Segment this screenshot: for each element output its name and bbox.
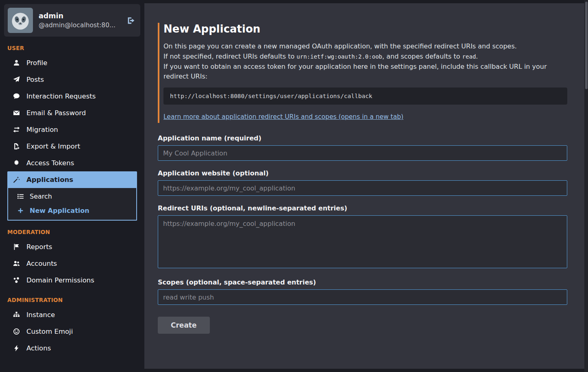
sidebar-item-instance[interactable]: Instance — [7, 306, 137, 323]
sidebar-item-label: Actions — [26, 344, 51, 352]
sidebar-item-actions[interactable]: Actions — [7, 340, 137, 357]
scopes-input[interactable] — [158, 289, 567, 305]
redirect-uris-field: Redirect URIs (optional, newline-separat… — [158, 204, 567, 270]
callback-url-codeblock: http://localhost:8080/settings/user/appl… — [163, 88, 567, 105]
certificate-icon — [12, 160, 20, 166]
app-window: admin @admin@localhost:80... USER Profil… — [0, 0, 588, 372]
sidebar-item-label: Applications — [26, 176, 73, 184]
scrollbar-thumb[interactable] — [585, 2, 588, 89]
bolt-icon — [12, 345, 20, 352]
application-website-label: Application website (optional) — [158, 169, 567, 177]
sidebar-item-applications[interactable]: Applications — [7, 171, 137, 188]
scopes-label: Scopes (optional, space-separated entrie… — [158, 278, 567, 286]
sidebar-item-access-tokens[interactable]: Access Tokens — [7, 155, 137, 171]
smile-icon — [12, 328, 20, 335]
intro-line-2-post: . — [476, 53, 478, 60]
redirect-uris-label: Redirect URIs (optional, newline-separat… — [158, 204, 567, 212]
user-name: admin — [39, 12, 115, 20]
file-export-icon — [12, 143, 20, 150]
sidebar-item-accounts[interactable]: Accounts — [7, 255, 137, 272]
sidebar-item-search[interactable]: Search — [8, 189, 136, 204]
page-scrollbar[interactable] — [584, 0, 588, 372]
page-title: New Application — [163, 23, 567, 35]
sidebar-item-label: Search — [30, 193, 52, 200]
intro-line-1: On this page you can create a new manage… — [163, 42, 567, 52]
sidebar-item-export-import[interactable]: Export & Import — [7, 138, 137, 155]
arrows-exchange-icon — [12, 126, 20, 133]
sidebar-item-label: Profile — [26, 59, 47, 67]
sidebar-item-domain-permissions[interactable]: Domain Permissions — [7, 272, 137, 289]
users-icon — [12, 260, 20, 267]
sidebar-item-email-password[interactable]: Email & Password — [7, 105, 137, 121]
applications-group: Applications Search New Application — [7, 171, 137, 221]
intro-line-2: If not specified, redirect URIs defaults… — [163, 52, 567, 62]
sitemap-icon — [12, 311, 20, 318]
user-icon — [12, 59, 20, 66]
oob-code: urn:ietf:wg:oauth:2.0:oob — [296, 53, 382, 60]
sidebar-item-migration[interactable]: Migration — [7, 121, 137, 138]
sidebar-item-profile[interactable]: Profile — [7, 55, 137, 71]
learn-more-link[interactable]: Learn more about application redirect UR… — [163, 113, 403, 120]
application-name-field: Application name (required) — [158, 134, 567, 161]
sidebar-item-label: Migration — [26, 126, 58, 133]
comment-icon — [12, 93, 20, 100]
sidebar-item-label: Accounts — [26, 260, 57, 267]
intro-line-2-mid: , and scopes defaults to — [382, 53, 462, 60]
section-label-administration: ADMINISTRATION — [7, 297, 137, 303]
user-handle: @admin@localhost:80... — [39, 22, 115, 29]
sidebar-item-new-application[interactable]: New Application — [8, 204, 136, 218]
user-card[interactable]: admin @admin@localhost:80... — [4, 4, 140, 37]
application-name-label: Application name (required) — [158, 134, 567, 142]
sidebar-item-label: New Application — [30, 207, 89, 214]
new-application-form: Application name (required) Application … — [158, 134, 567, 334]
magic-wand-icon — [12, 176, 20, 183]
read-code: read — [462, 53, 476, 60]
plus-icon — [16, 207, 24, 214]
page-intro: New Application On this page you can cre… — [158, 23, 567, 123]
create-button[interactable]: Create — [158, 317, 210, 334]
sidebar-item-interaction-requests[interactable]: Interaction Requests — [7, 88, 137, 105]
sidebar-item-label: Export & Import — [26, 142, 80, 150]
sidebar-item-label: Instance — [26, 311, 55, 319]
redirect-uris-textarea[interactable] — [158, 215, 567, 268]
sidebar-item-label: Email & Password — [26, 109, 86, 117]
user-meta: admin @admin@localhost:80... — [39, 12, 115, 29]
sidebar-item-posts[interactable]: Posts — [7, 71, 137, 88]
flag-icon — [12, 243, 20, 250]
sidebar-item-label: Reports — [26, 243, 52, 251]
section-label-user: USER — [7, 45, 137, 51]
sidebar-item-label: Domain Permissions — [26, 276, 94, 284]
application-name-input[interactable] — [158, 145, 567, 161]
section-label-moderation: MODERATION — [7, 229, 137, 235]
paper-plane-icon — [12, 76, 20, 83]
sidebar-item-custom-emoji[interactable]: Custom Emoji — [7, 323, 137, 340]
callback-url: http://localhost:8080/settings/user/appl… — [170, 93, 372, 99]
scopes-field: Scopes (optional, space-separated entrie… — [158, 278, 567, 305]
sidebar: admin @admin@localhost:80... USER Profil… — [0, 0, 144, 372]
dots-cluster-icon — [12, 277, 20, 284]
application-website-field: Application website (optional) — [158, 169, 567, 196]
list-icon — [16, 193, 24, 200]
sidebar-item-label: Access Tokens — [26, 159, 74, 167]
intro-line-2-pre: If not specified, redirect URIs defaults… — [163, 53, 296, 60]
applications-submenu: Search New Application — [7, 188, 137, 221]
sidebar-item-label: Interaction Requests — [26, 92, 96, 100]
envelope-icon — [12, 109, 20, 116]
sidebar-item-reports[interactable]: Reports — [7, 239, 137, 255]
avatar — [8, 8, 33, 33]
sidebar-item-label: Posts — [26, 76, 44, 83]
application-website-input[interactable] — [158, 180, 567, 196]
main-panel: New Application On this page you can cre… — [144, 3, 584, 369]
sidebar-item-label: Custom Emoji — [26, 328, 73, 335]
logout-icon[interactable] — [127, 16, 135, 25]
intro-line-3: If you want to obtain an access token fo… — [163, 62, 567, 82]
